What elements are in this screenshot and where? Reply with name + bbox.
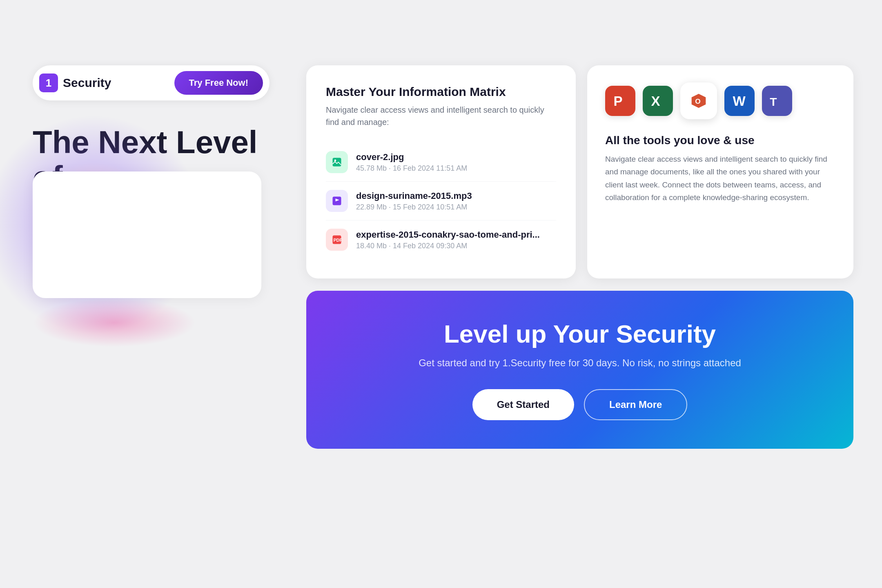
file-info: expertise-2015-conakry-sao-tome-and-pri.… — [356, 229, 540, 250]
svg-text:P: P — [613, 94, 622, 109]
file-item: PDF expertise-2015-conakry-sao-tome-and-… — [326, 220, 556, 259]
file-icon-audio — [326, 190, 348, 212]
file-name: design-suriname-2015.mp3 — [356, 191, 472, 201]
svg-text:X: X — [651, 94, 660, 109]
svg-rect-2 — [333, 197, 341, 205]
svg-text:O: O — [695, 97, 700, 105]
try-free-button[interactable]: Try Free Now! — [174, 71, 263, 95]
brand-name: Security — [63, 76, 111, 90]
svg-text:T: T — [770, 95, 777, 108]
office-icon: O — [680, 82, 717, 119]
teams-icon: T — [762, 86, 792, 116]
info-matrix-subtitle: Navigate clear access views and intellig… — [326, 104, 556, 128]
learn-more-button[interactable]: Learn More — [584, 389, 687, 420]
get-started-button[interactable]: Get Started — [472, 389, 574, 420]
tools-description: Navigate clear access views and intellig… — [605, 153, 835, 204]
info-matrix-card: Master Your Information Matrix Navigate … — [306, 65, 576, 278]
pink-glow — [33, 298, 196, 347]
navbar-pill: 1 Security Try Free Now! — [33, 65, 270, 100]
file-name: expertise-2015-conakry-sao-tome-and-pri.… — [356, 229, 540, 240]
file-name: cover-2.jpg — [356, 152, 467, 163]
powerpoint-icon: P — [605, 86, 635, 116]
svg-point-1 — [334, 160, 336, 162]
cta-title: Level up Your Security — [444, 319, 716, 348]
svg-text:W: W — [733, 94, 746, 109]
file-item: design-suriname-2015.mp3 22.89 Mb · 15 F… — [326, 182, 556, 220]
cta-banner: Level up Your Security Get started and t… — [306, 291, 853, 449]
cta-subtitle: Get started and try 1.Security free for … — [419, 357, 741, 369]
app-icons-row: P X O — [605, 82, 835, 119]
right-panels: Master Your Information Matrix Navigate … — [306, 65, 853, 449]
file-info: cover-2.jpg 45.78 Mb · 16 Feb 2024 11:51… — [356, 152, 467, 173]
svg-rect-0 — [333, 158, 341, 167]
file-icon-image — [326, 151, 348, 173]
file-meta: 18.40 Mb · 14 Feb 2024 09:30 AM — [356, 242, 540, 250]
file-meta: 45.78 Mb · 16 Feb 2024 11:51 AM — [356, 164, 467, 173]
brand-number: 1 — [39, 74, 58, 92]
hero-white-card — [33, 172, 261, 298]
tools-card: P X O — [587, 65, 853, 278]
file-meta: 22.89 Mb · 15 Feb 2024 10:51 AM — [356, 203, 472, 212]
file-icon-pdf: PDF — [326, 229, 348, 251]
svg-text:PDF: PDF — [334, 238, 343, 243]
top-row: Master Your Information Matrix Navigate … — [306, 65, 853, 278]
file-item: cover-2.jpg 45.78 Mb · 16 Feb 2024 11:51… — [326, 143, 556, 182]
tools-title: All the tools you love & use — [605, 134, 835, 147]
info-matrix-title: Master Your Information Matrix — [326, 85, 556, 99]
word-icon: W — [724, 86, 755, 116]
file-info: design-suriname-2015.mp3 22.89 Mb · 15 F… — [356, 191, 472, 212]
cta-buttons: Get Started Learn More — [472, 389, 688, 420]
navbar-brand: 1 Security — [39, 74, 111, 92]
excel-icon: X — [643, 86, 673, 116]
